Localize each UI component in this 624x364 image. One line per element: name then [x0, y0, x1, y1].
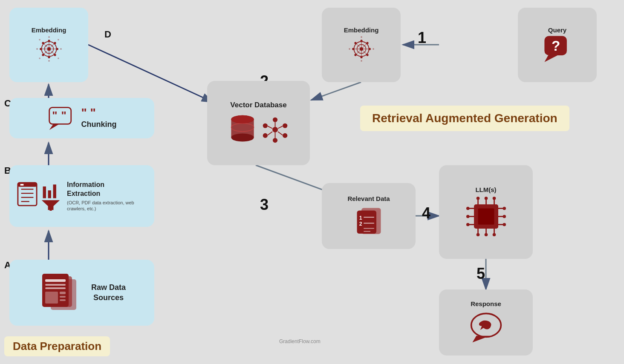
- response-label: Response: [471, 300, 501, 308]
- svg-line-6: [88, 45, 213, 102]
- svg-line-81: [268, 132, 272, 135]
- svg-text:1: 1: [359, 215, 362, 221]
- query-label: Query: [548, 26, 566, 34]
- vector-db-label: Vector Database: [230, 100, 286, 110]
- svg-text:": ": [52, 109, 57, 122]
- llm-label: LLM(s): [475, 186, 496, 194]
- step-1: 1: [418, 29, 426, 47]
- svg-point-69: [231, 115, 254, 123]
- svg-point-134: [476, 233, 480, 237]
- info-extraction-sublabel: (OCR, PDF data extraction, web crawlers,…: [67, 200, 147, 212]
- svg-rect-63: [60, 296, 66, 298]
- svg-point-71: [273, 117, 277, 122]
- svg-point-75: [263, 133, 268, 138]
- vector-db-node: Vector Database: [207, 81, 310, 165]
- response-icon: [468, 310, 504, 345]
- svg-point-94: [361, 37, 362, 38]
- embedding-left-node: Embedding: [9, 8, 88, 82]
- svg-point-26: [60, 49, 62, 50]
- watermark: GradientFlow.com: [279, 338, 321, 344]
- embedding-right-label: Embedding: [344, 26, 379, 34]
- svg-point-135: [484, 233, 488, 237]
- raw-data-label: Raw DataSources: [91, 283, 126, 303]
- query-node: Query ?: [518, 8, 597, 82]
- svg-rect-49: [20, 184, 24, 186]
- svg-marker-107: [544, 55, 558, 62]
- svg-point-29: [39, 57, 40, 59]
- svg-point-96: [349, 49, 350, 50]
- chunking-label: Chunking: [81, 120, 117, 129]
- svg-point-28: [58, 39, 59, 41]
- svg-line-78: [278, 126, 283, 129]
- svg-point-140: [503, 207, 506, 210]
- info-extraction-label: InformationExtraction: [67, 181, 104, 198]
- response-node: Response: [439, 289, 533, 355]
- svg-point-85: [359, 47, 363, 51]
- svg-point-132: [484, 197, 488, 200]
- raw-data-icon: [38, 273, 85, 313]
- info-extraction-icons: [17, 182, 61, 211]
- svg-text:2: 2: [359, 221, 362, 227]
- svg-text:?: ?: [552, 38, 560, 54]
- step-5: 5: [477, 265, 485, 283]
- svg-point-23: [48, 37, 50, 38]
- svg-point-30: [58, 57, 59, 59]
- svg-text:": ": [61, 109, 66, 122]
- svg-point-27: [39, 39, 40, 41]
- svg-line-8: [311, 82, 361, 100]
- chunking-icon: " ": [47, 104, 75, 132]
- svg-point-97: [373, 49, 374, 50]
- embedding-right-icon: [347, 34, 376, 64]
- step-d: D: [104, 29, 111, 40]
- svg-point-73: [283, 133, 287, 138]
- svg-line-82: [268, 126, 272, 129]
- relevant-data-icon: 1 2: [353, 206, 385, 238]
- svg-point-137: [466, 207, 469, 210]
- svg-point-95: [361, 60, 362, 62]
- svg-point-131: [476, 197, 480, 200]
- rag-title: Retrieval Augmented Generation: [360, 106, 569, 131]
- svg-marker-40: [49, 124, 59, 130]
- svg-rect-64: [60, 299, 66, 301]
- svg-point-76: [263, 123, 268, 128]
- diagram: 2 3 1 4 5 A B C D Embedding: [0, 0, 624, 364]
- svg-point-72: [283, 123, 287, 128]
- svg-rect-58: [45, 279, 66, 282]
- relevant-data-node: Relevant Data 1 2: [322, 183, 416, 249]
- chunking-node: " " " " Chunking: [9, 98, 154, 138]
- svg-point-25: [36, 49, 38, 50]
- svg-point-139: [466, 223, 469, 226]
- svg-line-79: [278, 132, 283, 135]
- svg-rect-51: [48, 190, 51, 198]
- svg-rect-62: [60, 292, 66, 294]
- svg-rect-52: [53, 184, 56, 198]
- vector-db-icons: [228, 113, 289, 146]
- step-3: 3: [260, 196, 269, 214]
- svg-marker-53: [42, 200, 60, 210]
- relevant-data-label: Relevant Data: [347, 195, 390, 203]
- embedding-right-node: Embedding: [322, 8, 401, 82]
- svg-point-67: [231, 134, 254, 142]
- embedding-left-label: Embedding: [32, 26, 66, 34]
- svg-rect-60: [45, 287, 66, 289]
- svg-point-24: [48, 60, 50, 62]
- svg-rect-130: [478, 209, 494, 225]
- svg-rect-61: [45, 292, 58, 304]
- info-extraction-node: InformationExtraction (OCR, PDF data ext…: [9, 165, 154, 227]
- embedding-left-icon: [34, 34, 64, 64]
- svg-rect-50: [43, 186, 46, 198]
- query-icon: ?: [543, 34, 572, 64]
- svg-point-141: [503, 215, 506, 218]
- svg-point-142: [503, 223, 506, 226]
- svg-point-70: [272, 127, 278, 132]
- llm-node: LLM(s): [439, 165, 533, 259]
- svg-rect-59: [45, 284, 66, 286]
- svg-point-133: [492, 197, 496, 200]
- data-prep-title: Data Preparation: [4, 336, 110, 356]
- llm-icon: [466, 196, 506, 238]
- step-4: 4: [422, 204, 430, 222]
- svg-point-14: [47, 47, 51, 51]
- svg-point-138: [466, 215, 469, 218]
- raw-data-node: Raw DataSources: [9, 260, 154, 326]
- svg-point-74: [273, 138, 277, 143]
